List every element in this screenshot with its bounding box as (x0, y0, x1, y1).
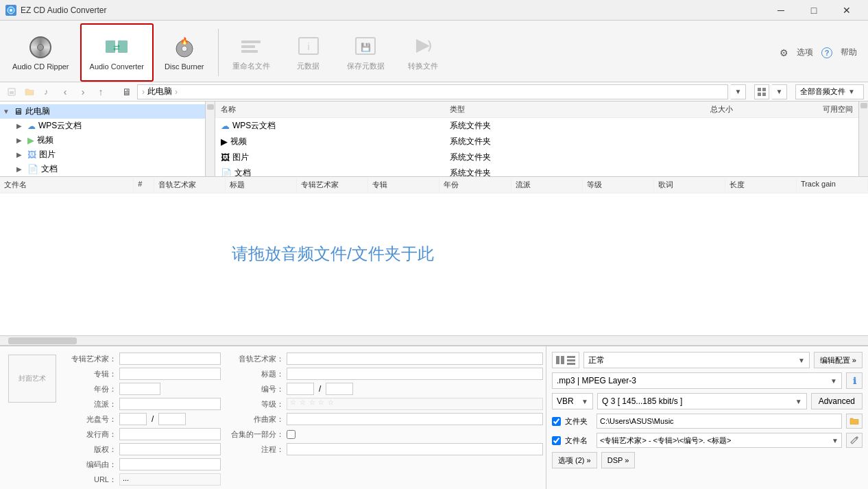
col-avail[interactable]: 可用空间 (738, 103, 858, 116)
save-metadata-button[interactable]: 💾 保存元数据 (337, 23, 394, 82)
col-filename[interactable]: 文件名 (0, 178, 134, 191)
folder-checkbox[interactable] (552, 417, 561, 426)
file-row-wps[interactable]: ☁ WPS云文档 系统文件夹 (215, 118, 858, 134)
col-track-artist[interactable]: 音轨艺术家 (154, 178, 226, 191)
file-scrollbar[interactable] (858, 102, 868, 176)
tree-item-images[interactable]: ▶ 🖼 图片 (0, 147, 205, 162)
nav-save-button[interactable] (4, 84, 19, 99)
col-album-artist[interactable]: 专辑艺术家 (297, 178, 368, 191)
track-total-input[interactable] (326, 383, 353, 395)
encoder-input[interactable] (119, 458, 221, 470)
meta-row-url: URL： ... (62, 473, 221, 486)
copyright-input[interactable] (119, 443, 221, 455)
maximize-button[interactable]: □ (798, 0, 830, 21)
col-lyrics[interactable]: 歌词 (654, 178, 725, 191)
tree-toggle-docs[interactable]: ▶ (16, 165, 25, 173)
audio-converter-button[interactable]: ⇄ Audio Converter (80, 23, 154, 82)
horizontal-scrollbar[interactable] (0, 335, 868, 345)
tree-item-video[interactable]: ▶ ▶ 视频 (0, 133, 205, 147)
advanced-button[interactable]: Advanced (811, 393, 863, 409)
address-path[interactable]: › 此电脑 › (137, 84, 728, 99)
tree-scrollbar[interactable] (206, 102, 215, 176)
nav-music-button[interactable]: ♪ (40, 84, 55, 99)
part-of-checkbox[interactable] (287, 430, 296, 439)
rename-files-button[interactable]: 重命名文件 (223, 23, 280, 82)
col-size[interactable]: 总大小 (618, 103, 738, 116)
tree-toggle-wps[interactable]: ▶ (16, 122, 25, 130)
tree-toggle-computer[interactable]: ▼ (3, 108, 11, 115)
minimize-button[interactable]: ─ (765, 0, 797, 21)
meta-row-genre: 流派： (62, 397, 221, 411)
address-dropdown[interactable]: ▼ (731, 84, 746, 99)
docs-icon: 📄 (221, 168, 232, 176)
col-title[interactable]: 标题 (226, 178, 297, 191)
tree-item-computer[interactable]: ▼ 🖥 此电脑 (0, 104, 205, 119)
disc-total-input[interactable] (158, 413, 186, 425)
view-details-button[interactable]: ▼ (772, 84, 787, 99)
meta-row-encoder: 编码由： (62, 457, 221, 471)
composer-input[interactable] (287, 413, 543, 425)
col-album[interactable]: 专辑 (368, 178, 439, 191)
comment-input[interactable] (287, 443, 543, 455)
disc-no-input[interactable] (119, 413, 147, 425)
nav-up-button[interactable]: ↑ (93, 84, 108, 99)
col-track-gain[interactable]: Track gain (797, 178, 868, 191)
title-input[interactable] (287, 368, 543, 380)
filename-checkbox[interactable] (552, 436, 561, 445)
col-length[interactable]: 长度 (725, 178, 797, 191)
quality-dropdown[interactable]: Q 3 [ 145...185 kbit/s ] ▼ (597, 393, 807, 409)
col-type[interactable]: 类型 (444, 103, 618, 116)
file-row-docs[interactable]: 📄 文档 系统文件夹 (215, 165, 858, 176)
settings-row-quality: VBR ▼ Q 3 [ 145...185 kbit/s ] ▼ Advance… (552, 393, 863, 409)
col-num[interactable]: # (134, 178, 154, 191)
filename-pattern-dropdown[interactable]: <专辑艺术家> - <专辑>\<编号>. <标题> ▼ (596, 433, 842, 448)
help-button[interactable]: 帮助 (838, 45, 860, 60)
folder-path-input[interactable]: C:\Users\ASUS\Music (596, 414, 842, 429)
year-input[interactable] (119, 383, 160, 395)
format-dropdown[interactable]: .mp3 | MPEG Layer-3 ▼ (552, 372, 842, 389)
file-filter-dropdown[interactable]: 全部音频文件 ▼ (795, 84, 864, 99)
wps-icon: ☁ (221, 121, 230, 131)
tree-item-docs[interactable]: ▶ 📄 文档 (0, 162, 205, 176)
topright-area: ⚙ 选项 ? 帮助 (774, 23, 865, 82)
titlebar-left: EZ CD Audio Converter (5, 5, 106, 16)
tree-toggle-images[interactable]: ▶ (16, 151, 25, 158)
audio-cd-ripper-button[interactable]: Audio CD Ripper (3, 23, 79, 82)
track-artist-input[interactable] (287, 353, 543, 365)
album-input[interactable] (119, 368, 221, 380)
dsp-button[interactable]: DSP » (601, 452, 636, 468)
metadata-button[interactable]: i 元数据 (281, 23, 336, 82)
options-button-2[interactable]: 选项 (2) » (552, 452, 597, 468)
col-rating[interactable]: 等级 (583, 178, 654, 191)
col-genre[interactable]: 流派 (511, 178, 583, 191)
view-toggle-button[interactable] (754, 84, 769, 99)
album-artist-input[interactable] (119, 353, 221, 365)
tree-toggle-video[interactable]: ▶ (16, 136, 25, 144)
filename-chevron-icon: ▼ (832, 437, 839, 444)
nav-forward-button[interactable]: › (75, 84, 91, 99)
options-button[interactable]: 选项 (794, 45, 816, 60)
publisher-input[interactable] (119, 428, 221, 440)
close-button[interactable]: ✕ (831, 0, 863, 21)
file-row-images[interactable]: 🖼 图片 系统文件夹 (215, 150, 858, 165)
track-no-input[interactable] (287, 383, 314, 395)
genre-input[interactable] (119, 398, 221, 410)
rename-icon (239, 34, 263, 58)
file-header: 名称 类型 总大小 可用空间 (215, 102, 858, 118)
col-name[interactable]: 名称 (215, 103, 444, 116)
drop-zone[interactable]: 请拖放音频文件/文件夹于此 (0, 193, 868, 335)
convert-files-button[interactable]: 转换文件 (396, 23, 450, 82)
disc-burner-button[interactable]: 🔥 Disc Burner (155, 23, 213, 82)
format-info-button[interactable]: ℹ (846, 372, 863, 389)
comment-label: 注程： (229, 444, 284, 455)
nav-back-button[interactable]: ‹ (58, 84, 73, 99)
nav-folder-button[interactable] (22, 84, 37, 99)
file-row-video[interactable]: ▶ 视频 系统文件夹 (215, 134, 858, 150)
vbr-dropdown[interactable]: VBR ▼ (552, 393, 593, 409)
edit-config-button[interactable]: 编辑配置 » (814, 352, 863, 368)
col-year[interactable]: 年份 (439, 178, 511, 191)
tree-item-wps[interactable]: ▶ ☁ WPS云文档 (0, 119, 205, 133)
folder-browse-button[interactable] (846, 414, 863, 429)
filename-edit-button[interactable] (846, 433, 863, 448)
mode-dropdown[interactable]: 正常 ▼ (583, 352, 810, 368)
